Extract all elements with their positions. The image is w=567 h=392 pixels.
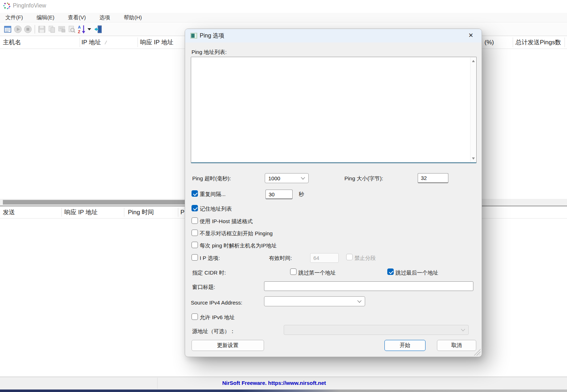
skip-last-label: 跳过最后一个地址 xyxy=(396,270,438,276)
scroll-down-icon[interactable] xyxy=(472,157,475,160)
sort-az-icon[interactable]: AZ xyxy=(77,24,87,34)
svg-text:Z: Z xyxy=(78,30,80,34)
size-label: Ping 大小(字节): xyxy=(344,175,383,182)
dialog-titlebar: Ping 选项 × xyxy=(185,29,482,42)
ping-options-dialog: Ping 选项 × Ping 地址列表: Ping 超时(毫秒): 1000 P… xyxy=(185,29,482,357)
resolve-checkbox[interactable] xyxy=(192,242,198,248)
autostart-label: 不显示对话框立刻开始 Pinging xyxy=(200,230,273,237)
ipoptions-label: I P 选项: xyxy=(200,255,220,262)
statusbar-divider xyxy=(157,378,158,389)
window-title-label: 窗口标题: xyxy=(192,284,215,291)
timeout-label: Ping 超时(毫秒): xyxy=(192,175,231,182)
menu-options[interactable]: 选项 xyxy=(97,14,112,22)
remember-label: 记住地址列表 xyxy=(200,206,232,212)
play-icon[interactable] xyxy=(13,24,23,34)
column-separator[interactable] xyxy=(178,208,178,217)
menu-help[interactable]: 帮助(H) xyxy=(121,14,144,22)
window-titlebar: PingInfoView xyxy=(0,0,567,13)
copy-icon[interactable] xyxy=(47,24,57,34)
seconds-label: 秒 xyxy=(299,191,304,198)
repeat-label: 重复间隔... xyxy=(200,191,226,198)
svg-text:A: A xyxy=(78,25,81,29)
save-icon[interactable] xyxy=(37,24,47,34)
iphost-label: 使用 IP-Host 描述格式 xyxy=(200,218,253,225)
app-icon xyxy=(3,2,11,10)
dialog-title: Ping 选项 xyxy=(200,32,224,40)
menu-bar: 文件(F) 编辑(E) 查看(V) 选项 帮助(H) xyxy=(0,13,567,22)
column-separator[interactable] xyxy=(513,37,513,47)
size-input[interactable] xyxy=(418,173,448,183)
col-ping-time[interactable]: Ping 时间 xyxy=(128,206,154,218)
close-icon[interactable]: × xyxy=(465,30,477,41)
source-ipv4-label: Source IPv4 Address: xyxy=(191,300,242,306)
sort-dropdown-caret-icon[interactable] xyxy=(88,28,91,30)
window-title: PingInfoView xyxy=(13,2,46,9)
skip-first-checkbox[interactable] xyxy=(290,268,297,275)
status-bar: NirSoft Freeware. https://www.nirsoft.ne… xyxy=(0,377,567,390)
chevron-down-icon xyxy=(301,175,305,179)
nofrag-label: 禁止分段 xyxy=(354,255,376,262)
source-addr-label: 源地址（可选）： xyxy=(192,328,235,335)
repeat-checkbox[interactable] xyxy=(192,190,198,197)
col-ip-address[interactable]: IP 地址 xyxy=(81,36,108,49)
column-separator[interactable] xyxy=(564,37,565,47)
col-hostname[interactable]: 主机名 xyxy=(3,36,21,49)
address-list-label: Ping 地址列表: xyxy=(192,49,227,56)
column-separator[interactable] xyxy=(80,37,80,47)
remember-checkbox[interactable] xyxy=(192,205,198,211)
col-reply-ip[interactable]: 响应 IP 地址 xyxy=(140,36,173,49)
find-icon[interactable] xyxy=(67,24,77,34)
col-percent[interactable]: (%) xyxy=(484,36,494,49)
column-separator[interactable] xyxy=(61,208,62,217)
menu-view[interactable]: 查看(V) xyxy=(66,14,88,22)
textarea-scrollbar[interactable] xyxy=(470,57,476,162)
ipv6-label: 允许 IPv6 地址 xyxy=(200,314,235,321)
chevron-down-icon xyxy=(357,298,361,302)
timeout-combobox[interactable]: 1000 xyxy=(265,173,309,183)
dialog-icon xyxy=(190,33,197,39)
stop-icon[interactable] xyxy=(23,24,33,34)
properties-icon[interactable] xyxy=(57,24,67,34)
nofrag-checkbox xyxy=(346,254,353,260)
skip-last-checkbox[interactable] xyxy=(387,268,394,275)
ttl-label: 有效时间: xyxy=(269,255,292,262)
nirsoft-link[interactable]: NirSoft Freeware. https://www.nirsoft.ne… xyxy=(222,377,326,390)
resolve-label: 每次 ping 时解析主机名为IP地址 xyxy=(200,242,277,249)
taskbar-strip xyxy=(0,390,567,392)
exit-icon[interactable] xyxy=(93,24,103,34)
column-separator[interactable] xyxy=(138,37,138,47)
source-addr-combobox xyxy=(284,325,469,335)
ipv6-checkbox[interactable] xyxy=(192,313,198,320)
toolbar-separator xyxy=(35,25,35,34)
col-sent[interactable]: 发送 xyxy=(3,206,15,218)
address-list-textarea[interactable] xyxy=(191,57,477,163)
ttl-input xyxy=(310,253,339,263)
col-total-pings[interactable]: 总计发送Pings数 xyxy=(516,36,561,49)
scroll-up-icon[interactable] xyxy=(472,60,475,62)
chevron-down-icon xyxy=(461,327,465,331)
update-settings-button[interactable]: 更新设置 xyxy=(192,340,264,351)
col-reply-ip-2[interactable]: 响应 IP 地址 xyxy=(64,206,98,218)
start-button[interactable]: 开始 xyxy=(384,340,426,351)
menu-file[interactable]: 文件(F) xyxy=(3,14,25,22)
timeout-value: 1000 xyxy=(268,175,280,181)
autostart-checkbox[interactable] xyxy=(192,230,198,236)
pinginfoview-window: PingInfoView 文件(F) 编辑(E) 查看(V) 选项 帮助(H) xyxy=(0,0,567,392)
repeat-input[interactable] xyxy=(265,190,293,199)
cancel-button[interactable]: 取消 xyxy=(437,340,476,351)
column-separator[interactable] xyxy=(124,208,124,217)
sort-indicator-icon xyxy=(104,40,108,45)
window-title-input[interactable] xyxy=(264,281,473,291)
cidr-label: 指定 CIDR 时: xyxy=(192,270,226,276)
skip-first-label: 跳过第一个地址 xyxy=(298,270,336,276)
iphost-checkbox[interactable] xyxy=(192,217,198,224)
col-truncated[interactable]: P xyxy=(180,206,184,218)
ipoptions-checkbox[interactable] xyxy=(192,254,198,261)
menu-edit[interactable]: 编辑(E) xyxy=(34,14,56,22)
ping-options-icon[interactable] xyxy=(3,24,13,34)
source-ipv4-combobox[interactable] xyxy=(264,296,365,306)
